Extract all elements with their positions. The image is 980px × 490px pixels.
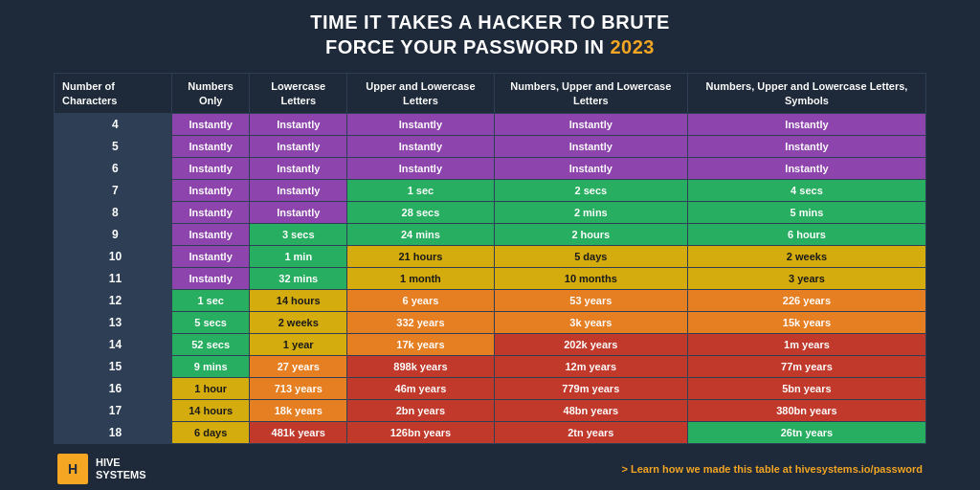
header-num-upper-lower: Numbers, Upper and Lowercase Letters bbox=[494, 74, 687, 114]
cell-value: 126bn years bbox=[347, 421, 495, 443]
cell-value: Instantly bbox=[494, 113, 687, 135]
logo-icon: H bbox=[57, 454, 88, 484]
table-row: 121 sec14 hours6 years53 years226 years bbox=[55, 289, 926, 311]
cell-value: 6 years bbox=[347, 289, 495, 311]
cell-value: 332 years bbox=[347, 311, 495, 333]
cell-chars: 14 bbox=[55, 333, 172, 355]
cell-value: Instantly bbox=[171, 179, 250, 201]
cell-value: Instantly bbox=[250, 201, 347, 223]
cell-value: 226 years bbox=[687, 289, 925, 311]
cell-value: Instantly bbox=[687, 157, 925, 179]
cell-value: 1 hour bbox=[171, 377, 250, 399]
cell-chars: 8 bbox=[55, 201, 172, 223]
title-year: 2023 bbox=[610, 36, 655, 57]
table-row: 7InstantlyInstantly1 sec2 secs4 secs bbox=[55, 179, 926, 201]
cell-value: 1 sec bbox=[347, 179, 495, 201]
cell-value: 2 secs bbox=[494, 179, 687, 201]
cell-value: 1 year bbox=[250, 333, 347, 355]
cell-value: 15k years bbox=[687, 311, 925, 333]
table-row: 135 secs2 weeks332 years3k years15k year… bbox=[55, 311, 926, 333]
cell-value: 3k years bbox=[494, 311, 687, 333]
cell-chars: 12 bbox=[55, 289, 172, 311]
cell-value: 5 days bbox=[494, 245, 687, 267]
cell-value: Instantly bbox=[171, 113, 250, 135]
table-row: 1714 hours18k years2bn years48bn years38… bbox=[55, 399, 926, 421]
cell-value: 2 weeks bbox=[250, 311, 347, 333]
cell-value: 77m years bbox=[687, 355, 925, 377]
cell-value: 779m years bbox=[494, 377, 687, 399]
cell-value: 6 days bbox=[171, 421, 250, 443]
cell-value: 18k years bbox=[250, 399, 347, 421]
cell-value: 27 years bbox=[250, 355, 347, 377]
cell-value: 5bn years bbox=[687, 377, 925, 399]
footer: H HIVE SYSTEMS > Learn how we made this … bbox=[54, 454, 926, 484]
cell-value: 2 hours bbox=[494, 223, 687, 245]
logo-line1: HIVE bbox=[96, 457, 146, 469]
cell-value: Instantly bbox=[171, 201, 250, 223]
cell-chars: 13 bbox=[55, 311, 172, 333]
cell-chars: 4 bbox=[55, 113, 172, 135]
cell-value: 1m years bbox=[687, 333, 925, 355]
title-line2-prefix: FORCE YOUR PASSWORD IN bbox=[325, 36, 610, 57]
cell-value: 12m years bbox=[494, 355, 687, 377]
header-num-upper-lower-sym: Numbers, Upper and Lowercase Letters, Sy… bbox=[687, 74, 925, 114]
cell-value: 481k years bbox=[250, 421, 347, 443]
cell-value: 2 mins bbox=[494, 201, 687, 223]
cell-value: Instantly bbox=[171, 223, 250, 245]
cell-value: Instantly bbox=[347, 157, 495, 179]
cell-value: 48bn years bbox=[494, 399, 687, 421]
cell-value: 3 secs bbox=[250, 223, 347, 245]
footer-cta-link[interactable]: hivesystems.io/password bbox=[795, 463, 923, 475]
cell-value: 14 hours bbox=[250, 289, 347, 311]
cell-value: 5 mins bbox=[687, 201, 925, 223]
main-title: TIME IT TAKES A HACKER TO BRUTE FORCE YO… bbox=[54, 10, 926, 59]
cell-value: Instantly bbox=[250, 135, 347, 157]
cell-value: 21 hours bbox=[347, 245, 495, 267]
cell-value: Instantly bbox=[250, 113, 347, 135]
table-row: 10Instantly1 min21 hours5 days2 weeks bbox=[55, 245, 926, 267]
title-line1: TIME IT TAKES A HACKER TO BRUTE bbox=[310, 11, 670, 33]
cell-value: 898k years bbox=[347, 355, 495, 377]
cell-chars: 15 bbox=[55, 355, 172, 377]
cell-value: 2bn years bbox=[347, 399, 495, 421]
cell-chars: 18 bbox=[55, 421, 172, 443]
footer-cta[interactable]: > Learn how we made this table at hivesy… bbox=[621, 463, 923, 475]
cell-value: 32 mins bbox=[250, 267, 347, 289]
cell-value: Instantly bbox=[687, 135, 925, 157]
cell-value: Instantly bbox=[347, 113, 495, 135]
cell-value: 10 months bbox=[494, 267, 687, 289]
cell-value: 5 secs bbox=[171, 311, 250, 333]
cell-value: Instantly bbox=[347, 135, 495, 157]
table-row: 4InstantlyInstantlyInstantlyInstantlyIns… bbox=[55, 113, 926, 135]
table-row: 8InstantlyInstantly28 secs2 mins5 mins bbox=[55, 201, 926, 223]
logo: H HIVE SYSTEMS bbox=[57, 454, 146, 484]
cell-chars: 7 bbox=[55, 179, 172, 201]
table-row: 5InstantlyInstantlyInstantlyInstantlyIns… bbox=[55, 135, 926, 157]
cell-value: Instantly bbox=[171, 135, 250, 157]
header-chars: Number of Characters bbox=[55, 74, 172, 114]
cell-value: Instantly bbox=[171, 267, 250, 289]
table-row: 186 days481k years126bn years2tn years26… bbox=[55, 421, 926, 443]
cell-value: 6 hours bbox=[687, 223, 925, 245]
table-row: 1452 secs1 year17k years202k years1m yea… bbox=[55, 333, 926, 355]
cell-chars: 9 bbox=[55, 223, 172, 245]
logo-text: HIVE SYSTEMS bbox=[96, 457, 146, 481]
cell-chars: 11 bbox=[55, 267, 172, 289]
password-table: Number of Characters Numbers Only Lowerc… bbox=[54, 73, 926, 444]
cell-value: 14 hours bbox=[171, 399, 250, 421]
cell-chars: 5 bbox=[55, 135, 172, 157]
logo-line2: SYSTEMS bbox=[96, 469, 146, 481]
cell-value: Instantly bbox=[171, 157, 250, 179]
cell-chars: 17 bbox=[55, 399, 172, 421]
cell-chars: 16 bbox=[55, 377, 172, 399]
cell-chars: 6 bbox=[55, 157, 172, 179]
table-row: 11Instantly32 mins1 month10 months3 year… bbox=[55, 267, 926, 289]
cell-value: 26tn years bbox=[687, 421, 925, 443]
cell-value: 2tn years bbox=[494, 421, 687, 443]
cell-value: 17k years bbox=[347, 333, 495, 355]
cell-value: 53 years bbox=[494, 289, 687, 311]
cell-value: 380bn years bbox=[687, 399, 925, 421]
cell-value: 1 month bbox=[347, 267, 495, 289]
cell-value: Instantly bbox=[250, 179, 347, 201]
cell-value: 3 years bbox=[687, 267, 925, 289]
